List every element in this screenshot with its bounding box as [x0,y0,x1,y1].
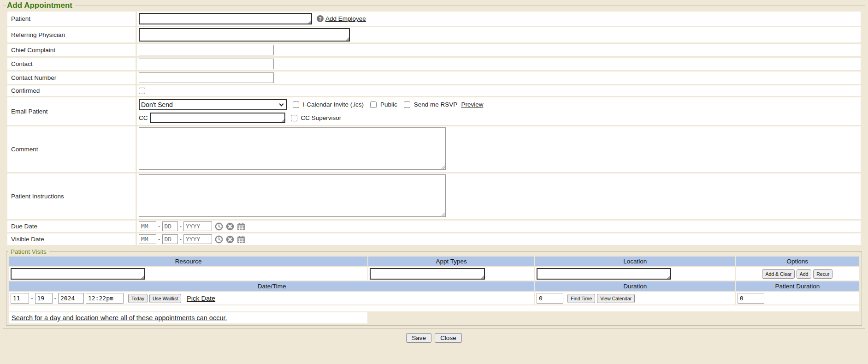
clear-icon[interactable] [226,222,234,231]
confirmed-checkbox[interactable] [139,88,145,94]
add-button[interactable]: Add [797,269,812,279]
help-icon[interactable]: ? [317,15,324,22]
close-button[interactable]: Close [435,333,462,343]
location-input[interactable] [537,268,671,280]
send-me-rsvp-checkbox[interactable] [404,101,410,108]
contact-number-label: Contact Number [11,74,56,81]
find-time-button[interactable]: Find Time [567,294,595,303]
visible-date-day-input[interactable] [162,234,178,244]
referring-physician-input[interactable] [139,28,350,42]
patient-visits-table: Resource Appt Types Location Options Add… [8,256,860,324]
column-header-datetime: Date/Time [9,281,534,291]
due-date-label: Due Date [11,223,37,230]
column-header-patient-duration: Patient Duration [736,281,859,291]
date-separator: - [54,295,57,302]
visit-time-input[interactable] [86,293,124,304]
visits-input-row: Add & Clear Add Recur [9,267,859,280]
date-separator: - [180,236,182,243]
column-header-resource: Resource [9,257,367,266]
visit-month-input[interactable] [11,293,29,304]
appt-types-input[interactable] [370,268,485,280]
contact-number-input[interactable] [139,72,274,83]
comment-label: Comment [11,146,38,153]
patient-visits-section: Patient Visits Resource Appt Types Locat… [6,248,862,326]
row-patient: Patient ? Add Employee [7,12,861,26]
page-title: Add Appointment [6,1,75,10]
clock-icon[interactable] [215,235,223,244]
preview-link[interactable]: Preview [461,101,483,108]
icalendar-invite-label: I-Calendar Invite (.ics) [303,101,364,108]
due-date-year-input[interactable] [183,221,212,231]
cc-supervisor-checkbox[interactable] [291,115,297,121]
cc-input[interactable] [150,113,285,123]
row-contact-number: Contact Number [7,72,861,84]
column-header-location: Location [535,257,735,266]
email-send-select[interactable]: Don't Send [139,99,287,110]
cc-supervisor-label: CC Supervisor [301,114,342,121]
row-due-date: Due Date - - [7,221,861,232]
view-calendar-button[interactable]: View Calendar [597,294,635,303]
spacer-cell [9,305,859,311]
comment-textarea[interactable] [139,127,446,170]
column-header-options: Options [736,257,859,266]
row-comment: Comment [7,126,861,172]
patient-label: Patient [11,15,30,22]
patient-instructions-label: Patient Instructions [11,193,64,200]
icalendar-invite-checkbox[interactable] [293,101,299,108]
save-button[interactable]: Save [406,333,431,343]
duration-input[interactable] [537,293,563,304]
clock-icon[interactable] [215,222,223,231]
row-chief-complaint: Chief Complaint [7,44,861,56]
email-patient-label: Email Patient [11,108,48,115]
chief-complaint-input[interactable] [139,45,274,55]
visit-year-input[interactable] [58,293,84,304]
contact-input[interactable] [139,59,274,69]
pick-date-link[interactable]: Pick Date [187,295,215,302]
resource-input[interactable] [11,268,145,280]
visible-date-month-input[interactable] [139,234,156,244]
due-date-day-input[interactable] [162,221,178,231]
add-and-clear-button[interactable]: Add & Clear [762,269,795,279]
add-employee-link[interactable]: Add Employee [325,15,366,22]
empty-cell [368,312,859,323]
public-checkbox[interactable] [370,101,377,108]
visits-spacer-row [9,305,859,311]
referring-physician-label: Referring Physician [11,31,65,38]
appointment-form: Patient ? Add Employee Referring Physici… [6,10,862,246]
send-me-rsvp-label: Send me RSVP [414,101,458,108]
search-day-location-link[interactable]: Search for a day and location where all … [12,314,227,322]
recur-button[interactable]: Recur [813,269,833,279]
patient-duration-input[interactable] [738,293,764,304]
confirmed-label: Confirmed [11,87,40,94]
today-button[interactable]: Today [128,294,148,303]
visible-date-year-input[interactable] [183,234,212,244]
patient-visits-legend: Patient Visits [8,248,49,255]
use-waitlist-button[interactable]: Use Waitlist [149,294,181,303]
date-separator: - [180,223,182,230]
column-header-appt-types: Appt Types [368,257,534,266]
chief-complaint-label: Chief Complaint [11,47,55,54]
calendar-icon[interactable] [237,222,245,231]
footer-actions: Save Close [0,333,868,343]
row-patient-instructions: Patient Instructions [7,173,861,219]
clear-icon[interactable] [226,235,234,244]
row-contact: Contact [7,58,861,70]
public-label: Public [380,101,397,108]
contact-label: Contact [11,60,33,67]
cc-label: CC [139,114,148,121]
patient-instructions-textarea[interactable] [139,174,446,217]
calendar-icon[interactable] [237,235,245,244]
add-appointment-section: Add Appointment Patient ? Add Employee R… [3,1,865,329]
visible-date-label: Visible Date [11,236,44,243]
due-date-month-input[interactable] [139,221,156,231]
visit-day-input[interactable] [35,293,53,304]
row-referring-physician: Referring Physician [7,27,861,42]
visits-header-row: Resource Appt Types Location Options [9,257,859,266]
patient-input[interactable] [139,13,312,24]
visits-datetime-row: - - Today Use Waitlist Pick Date Find Ti… [9,292,859,304]
date-separator: - [158,236,160,243]
visits-search-row: Search for a day and location where all … [9,312,859,323]
visits-header-row-2: Date/Time Duration Patient Duration [9,281,859,291]
date-separator: - [158,223,160,230]
date-separator: - [31,295,33,302]
